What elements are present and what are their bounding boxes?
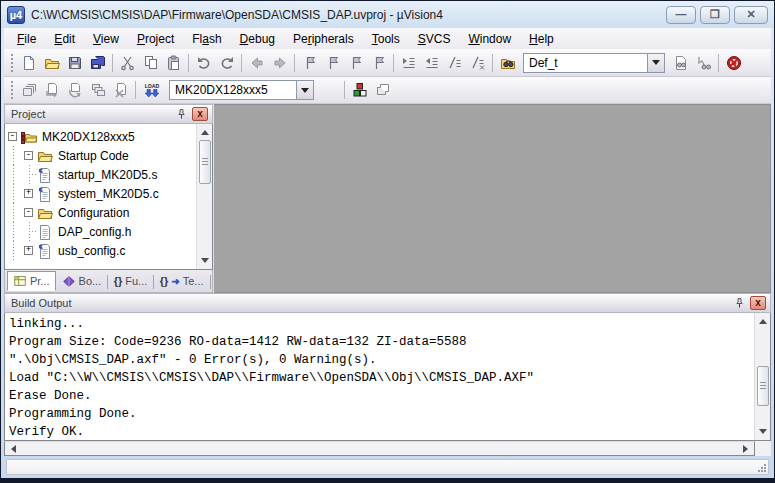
menu-file[interactable]: File [8,30,45,48]
tree-item-file[interactable]: + system_MK20D5.c [5,184,196,203]
project-tree-scrollbar[interactable] [196,124,212,269]
scrollbar-thumb[interactable] [199,140,211,184]
menu-debug[interactable]: Debug [231,30,284,48]
batch-build-icon [90,82,106,98]
toolbar-grip[interactable] [9,81,14,99]
tab-functions[interactable]: {} Fu... [109,271,153,291]
cut-button[interactable] [116,52,139,74]
new-file-button[interactable] [17,52,40,74]
expander-icon[interactable]: + [24,246,33,255]
scroll-down-button[interactable] [755,424,771,440]
translate-icon [21,82,37,98]
incremental-find-button[interactable] [692,52,715,74]
tree-item-target[interactable]: - MK20DX128xxx5 [5,127,196,146]
menu-peripherals[interactable]: Peripherals [284,30,363,48]
build-output-text[interactable]: linking...Program Size: Code=9236 RO-dat… [5,313,754,440]
close-button[interactable]: ✕ [734,6,768,24]
uncomment-button[interactable] [466,52,489,74]
project-panel-tabs: Pr... Bo... {} Fu... {}➜ Te... [4,270,213,293]
menu-tools[interactable]: Tools [363,30,409,48]
tree-item-file[interactable]: DAP_config.h [5,222,196,241]
scrollbar-thumb[interactable] [757,366,769,406]
undo-button[interactable] [192,52,215,74]
open-file-button[interactable] [40,52,63,74]
scroll-down-button[interactable] [197,253,213,269]
indent-button[interactable] [397,52,420,74]
expander-icon[interactable]: - [24,151,33,160]
tree-item-group[interactable]: - Configuration [5,203,196,222]
find-next-icon [673,55,689,71]
search-combo-dropdown[interactable] [647,54,664,72]
resize-grip[interactable] [757,463,766,472]
project-tab-icon [13,274,27,288]
menu-view[interactable]: View [84,30,128,48]
insert-bookmark-button[interactable] [298,52,321,74]
toolbar-grip[interactable] [9,54,14,72]
expander-icon[interactable]: + [24,189,33,198]
scroll-up-button[interactable] [755,313,771,329]
redo-button[interactable] [215,52,238,74]
restore-button[interactable]: ❐ [700,6,730,24]
scroll-up-button[interactable] [197,124,213,140]
copy-button[interactable] [139,52,162,74]
tab-books[interactable]: Bo... [57,271,107,291]
translate-button[interactable] [17,79,40,101]
menu-bar: File Edit View Project Flash Debug Perip… [4,28,771,49]
comment-button[interactable] [443,52,466,74]
build-output-pin-button[interactable] [731,296,747,311]
target-combo[interactable]: MK20DX128xxx5 [169,80,314,100]
search-combo-value[interactable]: Def_t [524,56,647,70]
batch-build-button[interactable] [86,79,109,101]
expander-icon[interactable]: - [8,132,17,141]
target-combo-dropdown[interactable] [296,81,313,99]
title-bar[interactable]: µ4 C:\W\CMSIS\CMSIS\DAP\Firmware\OpenSDA… [1,1,774,28]
target-icon [21,127,39,146]
target-combo-value[interactable]: MK20DX128xxx5 [170,83,296,97]
build-output-vscrollbar[interactable] [754,313,770,440]
tab-project[interactable]: Pr... [7,271,56,291]
minimize-button[interactable]: — [666,6,696,24]
build-output-hscrollbar[interactable] [4,441,755,456]
navigate-forward-button[interactable] [268,52,291,74]
next-bookmark-button[interactable] [344,52,367,74]
tree-item-group[interactable]: - Startup Code [5,146,196,165]
insert-bookmark-icon [302,55,318,71]
clear-bookmarks-button[interactable] [367,52,390,74]
navigate-back-button[interactable] [245,52,268,74]
tab-templates[interactable]: {}➜ Te... [155,271,209,291]
paste-button[interactable] [162,52,185,74]
unindent-icon [424,55,440,71]
menu-svcs[interactable]: SVCS [409,30,460,48]
project-pin-button[interactable] [173,107,189,122]
menu-window[interactable]: Window [459,30,520,48]
scroll-right-button[interactable] [738,441,754,456]
scroll-left-button[interactable] [5,441,21,456]
indent-icon [401,55,417,71]
menu-help[interactable]: Help [520,30,563,48]
window-cascade-button[interactable] [371,79,394,101]
unindent-button[interactable] [420,52,443,74]
previous-bookmark-button[interactable] [321,52,344,74]
expander-icon[interactable]: - [24,208,33,217]
menu-project[interactable]: Project [128,30,183,48]
menu-edit[interactable]: Edit [45,30,84,48]
search-combo[interactable]: Def_t [523,53,665,73]
menu-flash[interactable]: Flash [183,30,230,48]
manage-components-button[interactable] [348,79,371,101]
tree-item-file[interactable]: startup_MK20D5.s [5,165,196,184]
find-next-button[interactable] [669,52,692,74]
stop-build-button[interactable] [109,79,132,101]
comment-icon [447,55,463,71]
target-options-button[interactable] [318,79,341,101]
rebuild-button[interactable] [63,79,86,101]
tree-item-file[interactable]: + usb_config.c [5,241,196,260]
header-file-icon [37,222,55,241]
save-button[interactable] [63,52,86,74]
save-all-button[interactable] [86,52,109,74]
help-knowledgebase-button[interactable] [722,52,745,74]
load-flash-button[interactable] [139,79,165,101]
build-output-close-button[interactable]: x [750,296,766,310]
project-close-button[interactable]: x [192,107,208,121]
build-button[interactable] [40,79,63,101]
find-in-files-button[interactable] [496,52,519,74]
